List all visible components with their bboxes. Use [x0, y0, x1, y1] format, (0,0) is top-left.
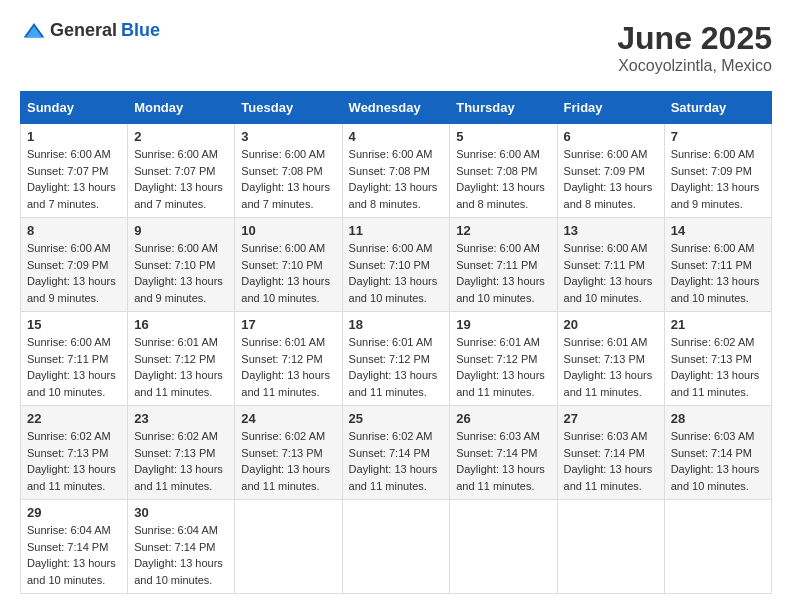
sunrise-text: Sunrise: 6:00 AM — [564, 148, 648, 160]
sunset-text: Sunset: 7:09 PM — [671, 165, 752, 177]
sunrise-text: Sunrise: 6:00 AM — [671, 148, 755, 160]
day-number: 13 — [564, 223, 658, 238]
calendar-week-row: 29 Sunrise: 6:04 AM Sunset: 7:14 PM Dayl… — [21, 500, 772, 594]
day-info: Sunrise: 6:02 AM Sunset: 7:13 PM Dayligh… — [241, 428, 335, 494]
daylight-text: Daylight: 13 hours and 11 minutes. — [241, 463, 330, 492]
calendar-day-cell — [342, 500, 450, 594]
daylight-text: Daylight: 13 hours and 11 minutes. — [134, 369, 223, 398]
calendar-day-cell: 1 Sunrise: 6:00 AM Sunset: 7:07 PM Dayli… — [21, 124, 128, 218]
day-info: Sunrise: 6:00 AM Sunset: 7:10 PM Dayligh… — [134, 240, 228, 306]
day-info: Sunrise: 6:01 AM Sunset: 7:12 PM Dayligh… — [134, 334, 228, 400]
sunrise-text: Sunrise: 6:01 AM — [241, 336, 325, 348]
day-info: Sunrise: 6:01 AM Sunset: 7:12 PM Dayligh… — [241, 334, 335, 400]
sunrise-text: Sunrise: 6:04 AM — [134, 524, 218, 536]
sunrise-text: Sunrise: 6:00 AM — [27, 148, 111, 160]
calendar-day-cell — [450, 500, 557, 594]
day-number: 6 — [564, 129, 658, 144]
days-of-week-row: SundayMondayTuesdayWednesdayThursdayFrid… — [21, 92, 772, 124]
sunset-text: Sunset: 7:08 PM — [349, 165, 430, 177]
day-number: 24 — [241, 411, 335, 426]
day-of-week-header: Saturday — [664, 92, 771, 124]
daylight-text: Daylight: 13 hours and 11 minutes. — [134, 463, 223, 492]
day-of-week-header: Wednesday — [342, 92, 450, 124]
calendar-week-row: 15 Sunrise: 6:00 AM Sunset: 7:11 PM Dayl… — [21, 312, 772, 406]
calendar-day-cell: 24 Sunrise: 6:02 AM Sunset: 7:13 PM Dayl… — [235, 406, 342, 500]
day-number: 25 — [349, 411, 444, 426]
day-info: Sunrise: 6:00 AM Sunset: 7:11 PM Dayligh… — [564, 240, 658, 306]
sunset-text: Sunset: 7:14 PM — [27, 541, 108, 553]
daylight-text: Daylight: 13 hours and 7 minutes. — [134, 181, 223, 210]
day-info: Sunrise: 6:01 AM Sunset: 7:13 PM Dayligh… — [564, 334, 658, 400]
sunset-text: Sunset: 7:14 PM — [134, 541, 215, 553]
calendar-day-cell: 20 Sunrise: 6:01 AM Sunset: 7:13 PM Dayl… — [557, 312, 664, 406]
sunset-text: Sunset: 7:14 PM — [349, 447, 430, 459]
calendar-day-cell: 25 Sunrise: 6:02 AM Sunset: 7:14 PM Dayl… — [342, 406, 450, 500]
daylight-text: Daylight: 13 hours and 11 minutes. — [27, 463, 116, 492]
day-number: 29 — [27, 505, 121, 520]
day-info: Sunrise: 6:00 AM Sunset: 7:11 PM Dayligh… — [27, 334, 121, 400]
day-number: 28 — [671, 411, 765, 426]
day-info: Sunrise: 6:02 AM Sunset: 7:13 PM Dayligh… — [134, 428, 228, 494]
daylight-text: Daylight: 13 hours and 7 minutes. — [27, 181, 116, 210]
day-number: 26 — [456, 411, 550, 426]
daylight-text: Daylight: 13 hours and 10 minutes. — [349, 275, 438, 304]
sunset-text: Sunset: 7:14 PM — [671, 447, 752, 459]
sunset-text: Sunset: 7:13 PM — [134, 447, 215, 459]
calendar-day-cell: 29 Sunrise: 6:04 AM Sunset: 7:14 PM Dayl… — [21, 500, 128, 594]
logo-general-text: General — [50, 20, 117, 41]
daylight-text: Daylight: 13 hours and 10 minutes. — [27, 557, 116, 586]
sunrise-text: Sunrise: 6:02 AM — [241, 430, 325, 442]
day-info: Sunrise: 6:00 AM Sunset: 7:07 PM Dayligh… — [134, 146, 228, 212]
calendar-day-cell: 5 Sunrise: 6:00 AM Sunset: 7:08 PM Dayli… — [450, 124, 557, 218]
daylight-text: Daylight: 13 hours and 10 minutes. — [564, 275, 653, 304]
sunset-text: Sunset: 7:09 PM — [27, 259, 108, 271]
sunrise-text: Sunrise: 6:00 AM — [349, 242, 433, 254]
sunset-text: Sunset: 7:11 PM — [564, 259, 645, 271]
sunset-text: Sunset: 7:11 PM — [27, 353, 108, 365]
sunset-text: Sunset: 7:11 PM — [456, 259, 537, 271]
sunrise-text: Sunrise: 6:02 AM — [349, 430, 433, 442]
day-number: 7 — [671, 129, 765, 144]
day-number: 23 — [134, 411, 228, 426]
calendar-day-cell: 22 Sunrise: 6:02 AM Sunset: 7:13 PM Dayl… — [21, 406, 128, 500]
calendar-header: SundayMondayTuesdayWednesdayThursdayFrid… — [21, 92, 772, 124]
logo-blue-text: Blue — [121, 20, 160, 41]
calendar-week-row: 8 Sunrise: 6:00 AM Sunset: 7:09 PM Dayli… — [21, 218, 772, 312]
daylight-text: Daylight: 13 hours and 11 minutes. — [671, 369, 760, 398]
calendar-body: 1 Sunrise: 6:00 AM Sunset: 7:07 PM Dayli… — [21, 124, 772, 594]
day-info: Sunrise: 6:00 AM Sunset: 7:08 PM Dayligh… — [349, 146, 444, 212]
sunset-text: Sunset: 7:12 PM — [349, 353, 430, 365]
day-info: Sunrise: 6:03 AM Sunset: 7:14 PM Dayligh… — [564, 428, 658, 494]
daylight-text: Daylight: 13 hours and 8 minutes. — [349, 181, 438, 210]
sunset-text: Sunset: 7:07 PM — [27, 165, 108, 177]
daylight-text: Daylight: 13 hours and 11 minutes. — [349, 369, 438, 398]
day-info: Sunrise: 6:00 AM Sunset: 7:08 PM Dayligh… — [456, 146, 550, 212]
sunrise-text: Sunrise: 6:00 AM — [671, 242, 755, 254]
day-of-week-header: Thursday — [450, 92, 557, 124]
sunrise-text: Sunrise: 6:01 AM — [456, 336, 540, 348]
daylight-text: Daylight: 13 hours and 11 minutes. — [456, 463, 545, 492]
day-number: 1 — [27, 129, 121, 144]
day-info: Sunrise: 6:00 AM Sunset: 7:10 PM Dayligh… — [241, 240, 335, 306]
sunrise-text: Sunrise: 6:00 AM — [456, 148, 540, 160]
day-info: Sunrise: 6:00 AM Sunset: 7:11 PM Dayligh… — [456, 240, 550, 306]
daylight-text: Daylight: 13 hours and 9 minutes. — [27, 275, 116, 304]
calendar-day-cell: 8 Sunrise: 6:00 AM Sunset: 7:09 PM Dayli… — [21, 218, 128, 312]
day-info: Sunrise: 6:02 AM Sunset: 7:13 PM Dayligh… — [27, 428, 121, 494]
calendar-day-cell: 14 Sunrise: 6:00 AM Sunset: 7:11 PM Dayl… — [664, 218, 771, 312]
day-number: 18 — [349, 317, 444, 332]
sunrise-text: Sunrise: 6:02 AM — [134, 430, 218, 442]
day-number: 3 — [241, 129, 335, 144]
calendar-table: SundayMondayTuesdayWednesdayThursdayFrid… — [20, 91, 772, 594]
sunset-text: Sunset: 7:14 PM — [564, 447, 645, 459]
day-number: 2 — [134, 129, 228, 144]
daylight-text: Daylight: 13 hours and 11 minutes. — [564, 463, 653, 492]
sunset-text: Sunset: 7:13 PM — [671, 353, 752, 365]
daylight-text: Daylight: 13 hours and 8 minutes. — [456, 181, 545, 210]
calendar-day-cell: 6 Sunrise: 6:00 AM Sunset: 7:09 PM Dayli… — [557, 124, 664, 218]
daylight-text: Daylight: 13 hours and 10 minutes. — [671, 463, 760, 492]
day-number: 11 — [349, 223, 444, 238]
sunset-text: Sunset: 7:12 PM — [241, 353, 322, 365]
sunset-text: Sunset: 7:14 PM — [456, 447, 537, 459]
sunset-text: Sunset: 7:12 PM — [134, 353, 215, 365]
